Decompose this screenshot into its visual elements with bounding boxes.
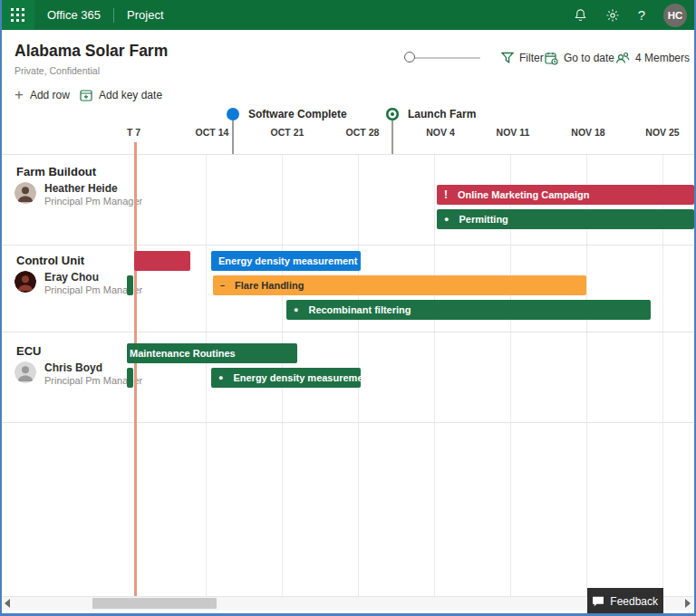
group-title[interactable]: ECU — [16, 344, 41, 358]
task-bar[interactable]: ●Recombinant filtering — [286, 300, 651, 320]
topbar-divider — [113, 8, 114, 23]
calendar-clock-icon — [545, 52, 558, 65]
timeline-date-label: OCT 28 — [346, 127, 380, 138]
task-bar-label: Recombinant filtering — [308, 304, 411, 315]
calendar-plus-icon — [80, 89, 92, 101]
horizontal-scrollbar-thumb[interactable] — [92, 598, 217, 609]
task-bar[interactable]: ●Permitting — [437, 209, 694, 229]
add-key-date-label: Add key date — [99, 89, 162, 101]
group-title[interactable]: Farm Buildout — [16, 165, 96, 178]
owner-avatar-photo — [14, 361, 36, 383]
group-owner-row[interactable]: Heather HeidePrincipal Pm Manager — [14, 182, 142, 207]
window-border-left — [0, 0, 2, 616]
waffle-grid-icon — [11, 8, 24, 22]
task-bar-label: Flare Handling — [235, 280, 304, 291]
task-bar-fragment[interactable] — [127, 275, 133, 295]
timeline-date-label: OCT 14 — [196, 127, 229, 138]
task-bar[interactable]: !Online Marketing Campaign — [437, 185, 694, 205]
zoom-slider-track[interactable] — [408, 57, 480, 59]
today-marker-line — [134, 142, 137, 596]
gantt-grid-column-line — [434, 154, 435, 596]
topbar-actions: ? HC — [574, 4, 696, 27]
status-dash-icon: – — [220, 282, 225, 290]
members-label: 4 Members — [635, 52, 690, 64]
timeline-date-label: T 7 — [127, 127, 140, 138]
filter-button[interactable]: Filter — [501, 51, 544, 65]
milestone-marker[interactable]: Software Complete — [227, 108, 347, 120]
task-bar-label: Energy density measurement — [233, 372, 361, 383]
suite-top-bar: Office 365 Project ? HC — [0, 0, 696, 30]
zoom-slider-knob[interactable] — [404, 52, 415, 63]
add-key-date-button[interactable]: Add key date — [80, 88, 162, 102]
status-dot-icon: ● — [218, 374, 223, 382]
page-title: Alabama Solar Farm — [14, 42, 168, 61]
feedback-button[interactable]: Feedback — [587, 588, 663, 614]
milestone-stem-line — [232, 120, 234, 154]
task-bar-label: Maintenance Routines — [130, 348, 236, 359]
product-name-link[interactable]: Project — [127, 8, 163, 22]
group-owner-row[interactable]: Chris BoydPrincipal Pm Manager — [14, 361, 142, 387]
milestone-label: Software Complete — [248, 108, 347, 120]
group-owner-row[interactable]: Eray ChouPrincipal Pm Manager — [14, 271, 142, 296]
user-avatar[interactable]: HC — [663, 4, 687, 27]
scrollbar-right-arrow-icon[interactable] — [685, 599, 691, 608]
help-icon[interactable]: ? — [638, 8, 645, 22]
owner-avatar-photo — [14, 271, 36, 293]
members-button[interactable]: 4 Members — [615, 51, 690, 65]
status-dot-icon: ● — [444, 216, 449, 224]
owner-role: Principal Pm Manager — [44, 195, 142, 207]
plus-icon: + — [14, 89, 24, 101]
row-group-separator — [0, 245, 696, 245]
task-bar-fragment[interactable] — [134, 251, 190, 271]
go-to-date-button[interactable]: Go to date — [545, 51, 614, 65]
milestone-circle-icon — [227, 108, 239, 120]
row-group-separator — [0, 154, 696, 155]
feedback-label: Feedback — [610, 595, 658, 608]
page-subtitle: Private, Confidential — [14, 65, 100, 76]
priority-exclamation-icon: ! — [444, 189, 448, 200]
task-bar-fragment[interactable] — [127, 368, 133, 388]
owner-avatar-photo — [14, 182, 36, 204]
status-dot-icon: ● — [294, 306, 298, 314]
milestone-label: Launch Farm — [408, 108, 476, 120]
timeline-date-label: NOV 18 — [571, 127, 604, 138]
timeline-date-label: NOV 25 — [645, 127, 679, 138]
task-bar[interactable]: ●Energy density measurement — [211, 368, 361, 388]
suite-name-link[interactable]: Office 365 — [47, 8, 101, 22]
milestone-stem-line — [392, 120, 393, 154]
gantt-grid-column-line — [206, 154, 207, 596]
add-row-label: Add row — [30, 89, 70, 101]
add-row-button[interactable]: + Add row — [14, 88, 70, 102]
milestone-marker[interactable]: Launch Farm — [386, 108, 476, 120]
task-bar-label: Online Marketing Campaign — [458, 189, 589, 200]
timeline-date-label: NOV 11 — [497, 127, 530, 138]
filter-label: Filter — [519, 52, 544, 64]
task-bar[interactable]: Maintenance Routines — [127, 343, 297, 363]
row-group-separator — [0, 422, 696, 423]
timeline-date-label: NOV 4 — [426, 127, 455, 138]
group-title[interactable]: Control Unit — [16, 254, 84, 267]
owner-text: Heather HeidePrincipal Pm Manager — [44, 182, 142, 207]
feedback-speech-bubble-icon — [593, 596, 604, 607]
filter-funnel-icon — [501, 52, 514, 64]
task-bar[interactable]: Energy density measurement — [211, 251, 361, 271]
project-app-window: Office 365 Project ? HC Alabama Solar Fa… — [0, 0, 696, 616]
scrollbar-left-arrow-icon[interactable] — [5, 599, 10, 608]
go-to-date-label: Go to date — [564, 52, 614, 64]
task-bar-label: Permitting — [459, 214, 508, 225]
row-group-separator — [0, 332, 696, 332]
task-bar[interactable]: –Flare Handling — [213, 275, 586, 295]
settings-gear-icon[interactable] — [605, 8, 620, 23]
owner-name: Heather Heide — [44, 182, 142, 195]
milestone-circle-icon — [386, 108, 399, 120]
members-people-icon — [615, 52, 630, 64]
task-bar-label: Energy density measurement — [218, 255, 357, 266]
notifications-bell-icon[interactable] — [574, 8, 587, 22]
timeline-date-label: OCT 21 — [271, 127, 304, 138]
app-launcher-icon[interactable] — [0, 0, 34, 30]
